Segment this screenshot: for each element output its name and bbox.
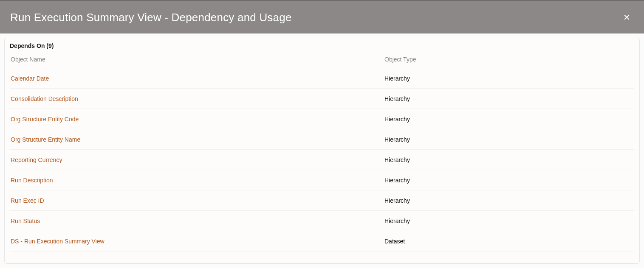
object-name-link[interactable]: DS - Run Execution Summary View [11, 238, 105, 245]
modal-header: Run Execution Summary View - Dependency … [0, 1, 644, 34]
column-header-object-name: Object Name [10, 56, 384, 63]
dependency-modal: Run Execution Summary View - Dependency … [0, 1, 644, 268]
table-row: Run Description Hierarchy [10, 170, 634, 190]
object-type-cell: Dataset [384, 238, 634, 245]
object-type-cell: Hierarchy [384, 218, 634, 224]
table-body: Calendar Date Hierarchy Consolidation De… [10, 68, 634, 251]
object-name-cell: Run Description [10, 177, 384, 184]
object-type-cell: Hierarchy [384, 75, 634, 82]
modal-title: Run Execution Summary View - Dependency … [10, 11, 292, 24]
section-title: Depends On (9) [10, 42, 634, 49]
object-name-link[interactable]: Run Status [11, 218, 40, 224]
table-row: Reporting Currency Hierarchy [10, 150, 634, 170]
object-name-cell: Consolidation Description [10, 95, 384, 102]
object-name-link[interactable]: Consolidation Description [11, 95, 78, 102]
object-type-cell: Hierarchy [384, 116, 634, 123]
object-name-link[interactable]: Org Structure Entity Name [11, 136, 80, 143]
object-name-cell: Calendar Date [10, 75, 384, 82]
table-row: Org Structure Entity Name Hierarchy [10, 129, 634, 150]
close-icon[interactable]: ✕ [620, 10, 634, 25]
table-row: Consolidation Description Hierarchy [10, 89, 634, 109]
object-name-cell: Run Exec ID [10, 197, 384, 204]
object-name-cell: Org Structure Entity Name [10, 136, 384, 143]
dependency-table: Object Name Object Type Calendar Date Hi… [10, 53, 634, 251]
table-row: Run Status Hierarchy [10, 211, 634, 231]
object-name-link[interactable]: Run Description [11, 177, 53, 184]
object-type-cell: Hierarchy [384, 156, 634, 163]
object-name-cell: DS - Run Execution Summary View [10, 238, 384, 245]
object-name-cell: Run Status [10, 218, 384, 224]
table-header: Object Name Object Type [10, 53, 634, 68]
object-name-link[interactable]: Org Structure Entity Code [11, 116, 79, 123]
object-type-cell: Hierarchy [384, 95, 634, 102]
table-row: Calendar Date Hierarchy [10, 68, 634, 89]
object-name-cell: Org Structure Entity Code [10, 116, 384, 123]
object-type-cell: Hierarchy [384, 197, 634, 204]
object-type-cell: Hierarchy [384, 177, 634, 184]
table-row: Org Structure Entity Code Hierarchy [10, 109, 634, 129]
table-row: Run Exec ID Hierarchy [10, 190, 634, 211]
modal-body: Depends On (9) Object Name Object Type C… [0, 34, 644, 268]
column-header-object-type: Object Type [384, 56, 634, 63]
object-type-cell: Hierarchy [384, 136, 634, 143]
object-name-link[interactable]: Run Exec ID [11, 197, 44, 204]
object-name-link[interactable]: Calendar Date [11, 75, 49, 82]
object-name-cell: Reporting Currency [10, 156, 384, 163]
object-name-link[interactable]: Reporting Currency [11, 156, 62, 163]
depends-on-panel: Depends On (9) Object Name Object Type C… [4, 38, 640, 264]
table-row: DS - Run Execution Summary View Dataset [10, 231, 634, 251]
